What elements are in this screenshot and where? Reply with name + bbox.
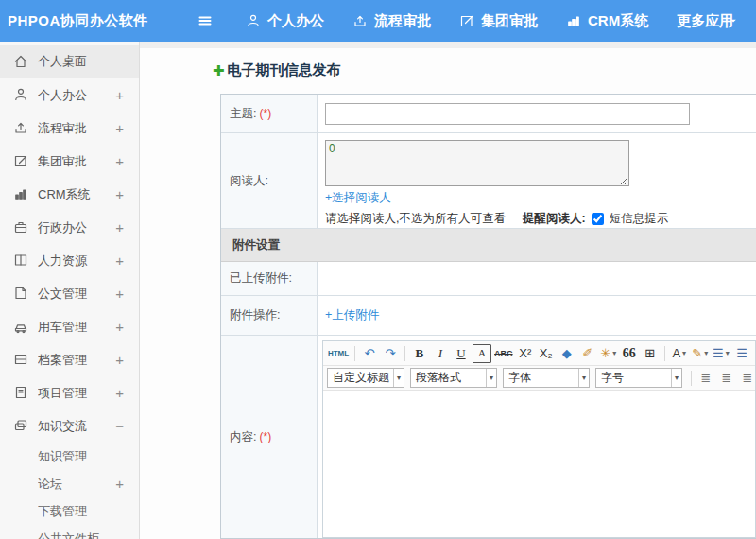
sidebar-item-label: 个人桌面 [38,53,124,70]
attachment-action-label-cell: 附件操作: [221,296,318,335]
book-icon [13,252,29,269]
underline-button[interactable]: U [452,344,471,363]
select-readers-link[interactable]: +选择阅读人 [325,190,391,206]
select-label: 段落格式 [416,370,461,386]
upload-attachment-link[interactable]: +上传附件 [325,307,379,323]
expand-toggle[interactable]: + [115,87,124,103]
sidebar-item[interactable]: 公共文件柜 [0,525,139,539]
highlight-color-button[interactable]: ✎▾ [691,344,710,363]
flow-icon [13,120,29,136]
briefcase-icon [13,219,29,235]
custom-heading-select[interactable]: 自定义标题▾ [327,368,404,388]
sms-notify-checkbox[interactable] [592,213,604,225]
sidebar-item[interactable]: 知识交流 − [0,409,139,443]
expand-toggle[interactable]: + [115,219,124,235]
subject-row: 主题: (*) [221,95,756,133]
sidebar-item[interactable]: 行政办公 + [0,211,139,244]
readers-label: 阅读人: [230,173,268,189]
chevron-down-icon: ▾ [612,349,616,357]
bold-button[interactable]: B [410,344,429,363]
ordered-list-button[interactable]: ☰▾ [712,344,730,363]
top-navigation: 个人办公 流程审批 集团审批 CRM系统 更多应用 [246,12,738,30]
sidebar-item[interactable]: 个人桌面 [0,45,139,78]
html-source-button[interactable]: HTML [327,344,350,363]
expand-toggle[interactable]: + [115,476,124,492]
sidebar-item[interactable]: CRM系统 + [0,178,139,211]
expand-toggle[interactable]: − [115,418,124,434]
readers-textarea[interactable]: 0 [325,140,629,186]
sidebar-item-label: 个人办公 [38,87,115,104]
doc-icon [13,286,29,302]
sidebar-item-label: 用车管理 [38,319,115,336]
top-nav-item[interactable]: 个人办公 [246,12,324,30]
expand-toggle[interactable]: + [115,186,124,202]
sidebar-item[interactable]: 档案管理 + [0,343,139,376]
readers-label-cell: 阅读人: [221,133,318,228]
expand-toggle[interactable]: + [115,252,124,269]
expand-toggle[interactable]: + [115,352,124,368]
expand-toggle[interactable]: + [115,286,124,302]
home-icon [13,54,29,70]
subscript-button[interactable]: X₂ [537,344,556,363]
eraser-button[interactable]: ◆ [558,344,576,363]
expand-toggle[interactable]: + [115,319,124,335]
align-center-button[interactable]: ≣ [717,369,736,388]
font-color-button[interactable]: A▾ [670,344,689,363]
font-family-select[interactable]: 字体▾ [503,368,590,388]
align-right-button[interactable]: ≣ [738,369,755,388]
undo-button[interactable]: ↶ [360,344,379,363]
chat-icon [13,418,29,434]
sidebar-item[interactable]: 用车管理 + [0,310,139,343]
top-nav-item[interactable]: 集团审批 [459,12,538,30]
align-left-button[interactable]: ≣ [696,369,715,388]
expand-toggle[interactable]: + [115,153,124,169]
sidebar-item[interactable]: 下载管理 [0,497,139,525]
top-nav-item[interactable]: CRM系统 [566,12,648,30]
strikethrough-button[interactable]: ABC [493,344,514,363]
required-marker: (*) [259,107,271,120]
chevron-down-icon: ▾ [726,349,730,357]
uploaded-attachments-label: 已上传附件: [230,270,292,287]
user-icon [246,13,261,28]
sidebar-item[interactable]: 个人办公 + [0,78,139,112]
chart-icon [566,13,581,28]
superscript-button[interactable]: X² [516,344,535,363]
user-icon [13,87,29,103]
sidebar-item[interactable]: 公文管理 + [0,277,139,310]
expand-toggle[interactable]: + [115,385,124,401]
chevron-down-icon: ▾ [393,369,401,387]
paragraph-format-select[interactable]: 段落格式▾ [410,368,497,388]
font-border-button[interactable]: A [472,344,491,363]
sidebar-item-label: 集团审批 [38,153,115,170]
publish-form: 主题: (*) 阅读人: 0 +选择阅读人 [220,94,756,539]
toolbar-separator [404,346,405,361]
sidebar-item[interactable]: 项目管理 + [0,376,139,409]
select-label: 自定义标题 [333,370,389,386]
content-row: 内容: (*) HTML↶↷BIUAABCX²X₂◆✐✳▾66⊞A▾✎▾☰▾☰ … [221,336,756,538]
top-nav-item[interactable]: 流程审批 [352,12,431,30]
sidebar-item-label: 下载管理 [38,503,124,520]
sidebar-item[interactable]: 人力资源 + [0,244,139,277]
sidebar-item[interactable]: 论坛 + [0,470,139,497]
paste-plain-button[interactable]: ⊞ [641,344,660,363]
blockquote-button[interactable]: 66 [620,344,639,363]
sidebar-item[interactable]: 集团审批 + [0,145,139,178]
expand-toggle[interactable]: + [115,120,124,136]
sidebar-item[interactable]: 知识管理 [0,443,139,470]
format-brush-button[interactable]: ✐ [578,344,597,363]
redo-button[interactable]: ↷ [381,344,400,363]
hamburger-menu-icon[interactable] [189,5,221,37]
sidebar-item-label: 档案管理 [38,352,115,369]
sidebar-item[interactable]: 流程审批 + [0,112,139,145]
top-nav-label: CRM系统 [588,12,648,30]
top-nav-item[interactable]: 更多应用 [677,12,738,30]
editor-content-area[interactable] [323,391,755,537]
unordered-list-button[interactable]: ☰ [732,344,751,363]
uploaded-attachments-value [318,262,756,295]
subject-input[interactable] [325,103,690,125]
top-bar: PHPOA协同办公软件 个人办公 流程审批 集团审批 CRM系统 更多应用 [0,0,756,42]
font-size-select[interactable]: 字号▾ [595,368,682,388]
top-nav-label: 更多应用 [677,12,733,30]
italic-button[interactable]: I [431,344,450,363]
magic-format-button[interactable]: ✳▾ [599,344,618,363]
